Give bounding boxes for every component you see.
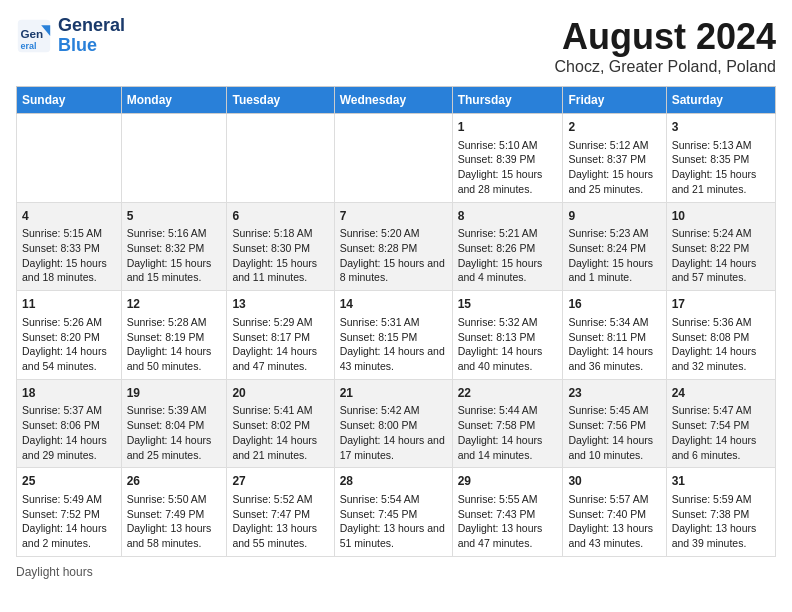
day-cell-15: 15Sunrise: 5:32 AMSunset: 8:13 PMDayligh…: [452, 291, 563, 380]
col-header-wednesday: Wednesday: [334, 87, 452, 114]
day-cell-empty-0: [17, 114, 122, 203]
day-cell-3: 3Sunrise: 5:13 AMSunset: 8:35 PMDaylight…: [666, 114, 775, 203]
day-cell-8: 8Sunrise: 5:21 AMSunset: 8:26 PMDaylight…: [452, 202, 563, 291]
header-row: SundayMondayTuesdayWednesdayThursdayFrid…: [17, 87, 776, 114]
day-cell-24: 24Sunrise: 5:47 AMSunset: 7:54 PMDayligh…: [666, 379, 775, 468]
calendar-table: SundayMondayTuesdayWednesdayThursdayFrid…: [16, 86, 776, 557]
day-cell-19: 19Sunrise: 5:39 AMSunset: 8:04 PMDayligh…: [121, 379, 227, 468]
day-info: Sunrise: 5:12 AMSunset: 8:37 PMDaylight:…: [568, 138, 660, 197]
day-cell-27: 27Sunrise: 5:52 AMSunset: 7:47 PMDayligh…: [227, 468, 334, 557]
logo-line2: Blue: [58, 36, 125, 56]
day-info: Sunrise: 5:21 AMSunset: 8:26 PMDaylight:…: [458, 226, 558, 285]
day-number: 27: [232, 473, 328, 490]
logo-icon: Gen eral: [16, 18, 52, 54]
day-number: 11: [22, 296, 116, 313]
day-cell-6: 6Sunrise: 5:18 AMSunset: 8:30 PMDaylight…: [227, 202, 334, 291]
col-header-tuesday: Tuesday: [227, 87, 334, 114]
day-number: 1: [458, 119, 558, 136]
day-info: Sunrise: 5:41 AMSunset: 8:02 PMDaylight:…: [232, 403, 328, 462]
day-number: 16: [568, 296, 660, 313]
day-info: Sunrise: 5:13 AMSunset: 8:35 PMDaylight:…: [672, 138, 770, 197]
day-number: 21: [340, 385, 447, 402]
day-cell-empty-1: [121, 114, 227, 203]
day-number: 6: [232, 208, 328, 225]
col-header-monday: Monday: [121, 87, 227, 114]
day-info: Sunrise: 5:10 AMSunset: 8:39 PMDaylight:…: [458, 138, 558, 197]
day-cell-29: 29Sunrise: 5:55 AMSunset: 7:43 PMDayligh…: [452, 468, 563, 557]
day-number: 25: [22, 473, 116, 490]
day-info: Sunrise: 5:45 AMSunset: 7:56 PMDaylight:…: [568, 403, 660, 462]
day-number: 18: [22, 385, 116, 402]
day-number: 24: [672, 385, 770, 402]
day-number: 8: [458, 208, 558, 225]
day-cell-28: 28Sunrise: 5:54 AMSunset: 7:45 PMDayligh…: [334, 468, 452, 557]
day-cell-14: 14Sunrise: 5:31 AMSunset: 8:15 PMDayligh…: [334, 291, 452, 380]
day-number: 3: [672, 119, 770, 136]
col-header-thursday: Thursday: [452, 87, 563, 114]
main-title: August 2024: [555, 16, 776, 58]
day-number: 14: [340, 296, 447, 313]
day-cell-13: 13Sunrise: 5:29 AMSunset: 8:17 PMDayligh…: [227, 291, 334, 380]
day-info: Sunrise: 5:47 AMSunset: 7:54 PMDaylight:…: [672, 403, 770, 462]
week-row-4: 18Sunrise: 5:37 AMSunset: 8:06 PMDayligh…: [17, 379, 776, 468]
day-number: 28: [340, 473, 447, 490]
day-number: 12: [127, 296, 222, 313]
day-number: 7: [340, 208, 447, 225]
day-cell-22: 22Sunrise: 5:44 AMSunset: 7:58 PMDayligh…: [452, 379, 563, 468]
day-number: 31: [672, 473, 770, 490]
day-number: 5: [127, 208, 222, 225]
logo-line1: General: [58, 16, 125, 36]
day-cell-empty-2: [227, 114, 334, 203]
day-info: Sunrise: 5:36 AMSunset: 8:08 PMDaylight:…: [672, 315, 770, 374]
day-cell-12: 12Sunrise: 5:28 AMSunset: 8:19 PMDayligh…: [121, 291, 227, 380]
logo: Gen eral General Blue: [16, 16, 125, 56]
day-cell-31: 31Sunrise: 5:59 AMSunset: 7:38 PMDayligh…: [666, 468, 775, 557]
day-info: Sunrise: 5:24 AMSunset: 8:22 PMDaylight:…: [672, 226, 770, 285]
day-info: Sunrise: 5:54 AMSunset: 7:45 PMDaylight:…: [340, 492, 447, 551]
day-info: Sunrise: 5:59 AMSunset: 7:38 PMDaylight:…: [672, 492, 770, 551]
day-info: Sunrise: 5:39 AMSunset: 8:04 PMDaylight:…: [127, 403, 222, 462]
day-number: 17: [672, 296, 770, 313]
day-info: Sunrise: 5:23 AMSunset: 8:24 PMDaylight:…: [568, 226, 660, 285]
day-cell-18: 18Sunrise: 5:37 AMSunset: 8:06 PMDayligh…: [17, 379, 122, 468]
week-row-1: 1Sunrise: 5:10 AMSunset: 8:39 PMDaylight…: [17, 114, 776, 203]
svg-text:Gen: Gen: [21, 27, 44, 40]
day-number: 29: [458, 473, 558, 490]
day-number: 23: [568, 385, 660, 402]
day-cell-21: 21Sunrise: 5:42 AMSunset: 8:00 PMDayligh…: [334, 379, 452, 468]
day-number: 9: [568, 208, 660, 225]
day-info: Sunrise: 5:42 AMSunset: 8:00 PMDaylight:…: [340, 403, 447, 462]
day-info: Sunrise: 5:49 AMSunset: 7:52 PMDaylight:…: [22, 492, 116, 551]
subtitle: Chocz, Greater Poland, Poland: [555, 58, 776, 76]
day-info: Sunrise: 5:32 AMSunset: 8:13 PMDaylight:…: [458, 315, 558, 374]
day-number: 22: [458, 385, 558, 402]
day-cell-1: 1Sunrise: 5:10 AMSunset: 8:39 PMDaylight…: [452, 114, 563, 203]
day-cell-26: 26Sunrise: 5:50 AMSunset: 7:49 PMDayligh…: [121, 468, 227, 557]
day-cell-16: 16Sunrise: 5:34 AMSunset: 8:11 PMDayligh…: [563, 291, 666, 380]
col-header-sunday: Sunday: [17, 87, 122, 114]
footer-note: Daylight hours: [16, 565, 776, 579]
day-cell-9: 9Sunrise: 5:23 AMSunset: 8:24 PMDaylight…: [563, 202, 666, 291]
day-cell-23: 23Sunrise: 5:45 AMSunset: 7:56 PMDayligh…: [563, 379, 666, 468]
day-info: Sunrise: 5:50 AMSunset: 7:49 PMDaylight:…: [127, 492, 222, 551]
col-header-friday: Friday: [563, 87, 666, 114]
week-row-3: 11Sunrise: 5:26 AMSunset: 8:20 PMDayligh…: [17, 291, 776, 380]
svg-text:eral: eral: [21, 40, 37, 50]
day-info: Sunrise: 5:20 AMSunset: 8:28 PMDaylight:…: [340, 226, 447, 285]
day-cell-empty-3: [334, 114, 452, 203]
day-info: Sunrise: 5:29 AMSunset: 8:17 PMDaylight:…: [232, 315, 328, 374]
day-number: 4: [22, 208, 116, 225]
day-number: 15: [458, 296, 558, 313]
day-info: Sunrise: 5:18 AMSunset: 8:30 PMDaylight:…: [232, 226, 328, 285]
day-cell-2: 2Sunrise: 5:12 AMSunset: 8:37 PMDaylight…: [563, 114, 666, 203]
day-number: 26: [127, 473, 222, 490]
col-header-saturday: Saturday: [666, 87, 775, 114]
day-info: Sunrise: 5:15 AMSunset: 8:33 PMDaylight:…: [22, 226, 116, 285]
logo-text: General Blue: [58, 16, 125, 56]
day-info: Sunrise: 5:37 AMSunset: 8:06 PMDaylight:…: [22, 403, 116, 462]
day-number: 19: [127, 385, 222, 402]
day-info: Sunrise: 5:31 AMSunset: 8:15 PMDaylight:…: [340, 315, 447, 374]
day-info: Sunrise: 5:57 AMSunset: 7:40 PMDaylight:…: [568, 492, 660, 551]
day-number: 20: [232, 385, 328, 402]
day-cell-11: 11Sunrise: 5:26 AMSunset: 8:20 PMDayligh…: [17, 291, 122, 380]
